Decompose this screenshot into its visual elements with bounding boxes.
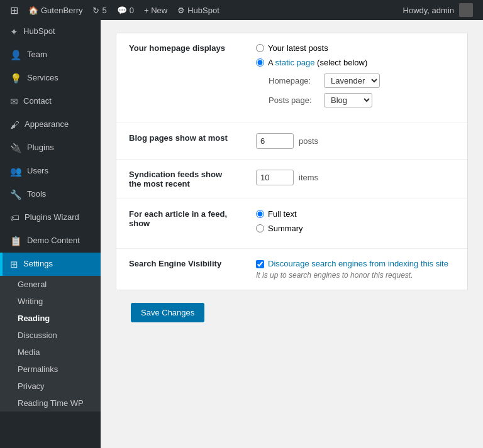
users-icon: 👥	[10, 165, 22, 178]
full-text-radio[interactable]	[256, 210, 264, 218]
howdy-label: Howdy, admin	[403, 6, 454, 15]
homepage-displays-cell: Your latest posts A static page (select …	[248, 33, 467, 123]
full-text-option[interactable]: Full text	[256, 209, 460, 219]
sidebar-item-plugins-wizard[interactable]: 🏷 Plugins Wizard	[0, 206, 101, 229]
syndication-input-row: items	[256, 170, 460, 185]
plugins-wizard-icon: 🏷	[10, 211, 19, 224]
latest-posts-radio[interactable]	[256, 44, 264, 52]
search-engine-cell: Discourage search engines from indexing …	[248, 249, 467, 290]
demo-content-icon: 📋	[10, 234, 22, 248]
appearance-icon: 🖌	[10, 118, 19, 131]
plugins-icon: 🔌	[10, 141, 22, 155]
homepage-displays-label: Your homepage displays	[116, 33, 248, 123]
discourage-checkbox-row: Discourage search engines from indexing …	[256, 259, 460, 268]
adminbar-wp-logo[interactable]: ⊞	[5, 0, 23, 20]
save-section: Save Changes	[116, 290, 468, 335]
hubspot-sidebar-icon: ✦	[10, 25, 18, 38]
sidebar-appearance-label: Appearance	[25, 119, 69, 130]
sidebar-item-demo-content[interactable]: 📋 Demo Content	[0, 229, 101, 253]
sidebar-item-settings[interactable]: ⊞ Settings	[0, 253, 101, 276]
wp-logo-icon: ⊞	[10, 4, 18, 16]
sidebar-team-label: Team	[27, 49, 47, 60]
updates-count: 5	[102, 6, 106, 15]
submenu-writing[interactable]: Writing	[0, 293, 101, 310]
sidebar-plugins-label: Plugins	[27, 142, 54, 153]
blog-pages-input[interactable]	[256, 133, 294, 149]
syndication-cell: items	[248, 160, 467, 199]
adminbar-comments[interactable]: 💬 0	[112, 0, 139, 20]
static-page-radio[interactable]	[256, 58, 264, 67]
static-page-rows: Homepage: Lavender Home About Contact Po…	[269, 74, 460, 107]
site-name-label: GutenBerry	[41, 6, 82, 15]
submenu-reading-time-wp[interactable]: Reading Time WP	[0, 395, 101, 412]
adminbar-user[interactable]: Howdy, admin	[398, 0, 478, 20]
feed-article-row: For each article in a feed, show Full te…	[116, 199, 467, 249]
sidebar-item-contact[interactable]: ✉ Contact	[0, 90, 101, 113]
posts-page-select-label: Posts page:	[269, 96, 319, 105]
settings-icon: ⊞	[10, 258, 18, 271]
posts-page-select-row: Posts page: Blog News Posts Articles	[269, 93, 460, 107]
blog-pages-label: Blog pages show at most	[116, 123, 248, 160]
sidebar-item-users[interactable]: 👥 Users	[0, 160, 101, 183]
form-table: Your homepage displays Your latest posts…	[116, 33, 467, 290]
syndication-input[interactable]	[256, 170, 294, 185]
latest-posts-option[interactable]: Your latest posts	[256, 43, 460, 53]
submenu-permalinks[interactable]: Permalinks	[0, 361, 101, 378]
homepage-select[interactable]: Lavender Home About Contact	[324, 74, 380, 88]
adminbar-site-name[interactable]: 🏠 GutenBerry	[23, 0, 87, 20]
contact-icon: ✉	[10, 95, 18, 108]
latest-posts-label: Your latest posts	[268, 43, 328, 53]
syndication-row: Syndication feeds show the most recent i…	[116, 160, 467, 199]
discourage-label: Discourage search engines from indexing …	[268, 259, 448, 268]
sidebar-users-label: Users	[27, 165, 48, 177]
adminbar-updates[interactable]: ↻ 5	[87, 0, 111, 20]
submenu-reading[interactable]: Reading	[0, 310, 101, 327]
discourage-checkbox[interactable]	[256, 260, 264, 268]
submenu-general[interactable]: General	[0, 276, 101, 293]
homepage-select-label: Homepage:	[269, 76, 319, 85]
sidebar-item-appearance[interactable]: 🖌 Appearance	[0, 113, 101, 136]
settings-form: Your homepage displays Your latest posts…	[116, 33, 468, 290]
posts-page-select[interactable]: Blog News Posts Articles	[324, 93, 372, 107]
submenu-media[interactable]: Media	[0, 344, 101, 361]
user-avatar	[459, 3, 473, 17]
blog-pages-input-row: posts	[256, 133, 460, 149]
save-changes-label: Save Changes	[141, 308, 194, 317]
blog-pages-cell: posts	[248, 123, 467, 160]
adminbar-hubspot[interactable]: ⚙ HubSpot	[172, 0, 225, 20]
adminbar-new[interactable]: + New	[139, 0, 172, 20]
comments-icon: 💬	[117, 6, 127, 15]
comments-count: 0	[130, 6, 134, 15]
feed-article-label: For each article in a feed, show	[116, 199, 248, 249]
admin-bar: ⊞ 🏠 GutenBerry ↻ 5 💬 0 + New ⚙ HubSpot H…	[0, 0, 483, 20]
syndication-label: Syndication feeds show the most recent	[116, 160, 248, 199]
static-page-link[interactable]: static page	[275, 58, 315, 67]
feed-article-cell: Full text Summary	[248, 199, 467, 249]
sidebar-item-hubspot[interactable]: ✦ HubSpot	[0, 20, 101, 43]
discourage-note: It is up to search engines to honor this…	[256, 271, 460, 280]
sidebar-item-plugins[interactable]: 🔌 Plugins	[0, 136, 101, 160]
sidebar-item-services[interactable]: 💡 Services	[0, 67, 101, 90]
homepage-displays-row: Your homepage displays Your latest posts…	[116, 33, 467, 123]
search-engine-label: Search Engine Visibility	[116, 249, 248, 290]
sidebar-item-team[interactable]: 👤 Team	[0, 43, 101, 67]
summary-option[interactable]: Summary	[256, 224, 460, 233]
sidebar-settings-label: Settings	[23, 258, 53, 270]
homepage-select-row: Homepage: Lavender Home About Contact	[269, 74, 460, 88]
blog-pages-suffix: posts	[299, 136, 318, 146]
save-changes-button[interactable]: Save Changes	[131, 303, 204, 322]
summary-radio[interactable]	[256, 224, 264, 232]
submenu-discussion[interactable]: Discussion	[0, 327, 101, 344]
static-page-option[interactable]: A static page (select below)	[256, 58, 460, 67]
sidebar-contact-label: Contact	[23, 96, 52, 107]
sidebar: ✦ HubSpot 👤 Team 💡 Services ✉ Contact 🖌 …	[0, 20, 101, 448]
hubspot-label: HubSpot	[187, 6, 219, 15]
summary-label: Summary	[268, 224, 303, 233]
sidebar-item-tools[interactable]: 🔧 Tools	[0, 183, 101, 206]
submenu-privacy[interactable]: Privacy	[0, 378, 101, 395]
new-label: + New	[144, 6, 167, 15]
blog-pages-row: Blog pages show at most posts	[116, 123, 467, 160]
sidebar-services-label: Services	[27, 72, 58, 84]
search-engine-row: Search Engine Visibility Discourage sear…	[116, 249, 467, 290]
sidebar-plugins-wizard-label: Plugins Wizard	[25, 212, 79, 223]
